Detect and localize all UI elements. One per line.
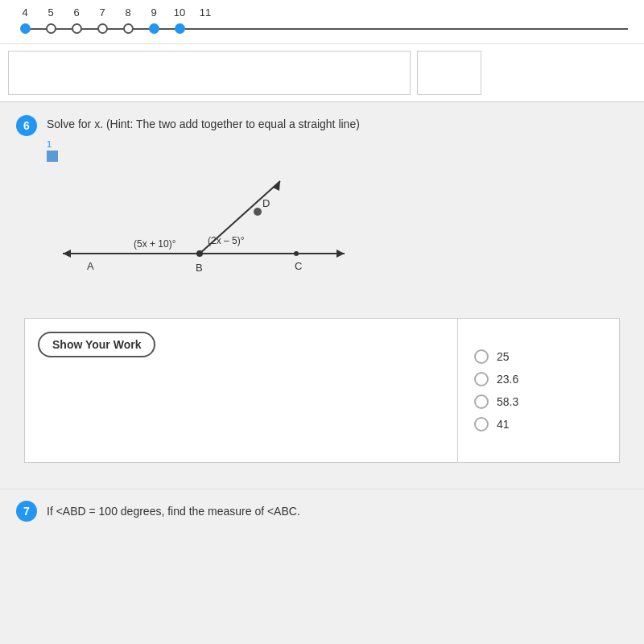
choice-label-3: 58.3	[497, 395, 518, 408]
choice-label-1: 25	[497, 350, 510, 363]
nl-label-11: 11	[192, 6, 218, 19]
choice-radio-2[interactable]	[474, 372, 489, 386]
choice-item-1: 25	[474, 349, 603, 364]
nl-dot-10	[167, 23, 192, 34]
nl-dot-7	[89, 23, 115, 34]
question-7-number: 7	[16, 501, 37, 522]
input-area	[0, 44, 644, 102]
choice-label-2: 23.6	[497, 373, 518, 386]
number-line-track	[12, 23, 628, 34]
nl-dot-5	[38, 23, 64, 34]
svg-point-7	[294, 251, 299, 256]
number-line-labels: 4 5 6 7 8 9 10 11	[12, 6, 628, 19]
question-6-block: 6 Solve for x. (Hint: The two add togeth…	[16, 115, 628, 463]
question-6-sublabel: 1	[47, 139, 628, 162]
show-work-panel: Show Your Work	[25, 319, 458, 462]
show-work-button[interactable]: Show Your Work	[38, 332, 155, 357]
svg-text:(2x – 5)°: (2x – 5)°	[208, 235, 245, 246]
svg-point-6	[254, 208, 262, 216]
choice-radio-1[interactable]	[474, 349, 489, 364]
answer-area: Show Your Work 25 23.6 58.3 41	[24, 318, 620, 463]
nl-label-9: 9	[141, 6, 167, 19]
choice-item-4: 41	[474, 417, 603, 431]
nl-label-6: 6	[64, 6, 89, 19]
answer-input-small[interactable]	[417, 51, 481, 95]
choices-panel: 25 23.6 58.3 41	[458, 319, 619, 462]
number-line-section: 4 5 6 7 8 9 10 11	[0, 0, 644, 44]
question-7-text: If <ABD = 100 degrees, find the measure …	[47, 505, 300, 518]
choice-item-2: 23.6	[474, 372, 603, 386]
main-content: 6 Solve for x. (Hint: The two add togeth…	[0, 102, 644, 489]
question-7-block: 7 If <ABD = 100 degrees, find the measur…	[0, 489, 644, 533]
svg-text:B: B	[196, 262, 203, 274]
svg-text:D: D	[262, 197, 270, 209]
nl-dot-8	[115, 23, 141, 34]
nl-label-8: 8	[115, 6, 141, 19]
choice-label-4: 41	[497, 418, 510, 431]
choice-radio-3[interactable]	[474, 394, 489, 409]
nl-dot-9	[141, 23, 167, 34]
question-6-text: Solve for x. (Hint: The two add together…	[47, 115, 360, 130]
choice-radio-4[interactable]	[474, 417, 489, 431]
question-6-header: 6 Solve for x. (Hint: The two add togeth…	[16, 115, 628, 136]
nl-label-10: 10	[167, 6, 192, 19]
svg-marker-1	[63, 250, 71, 258]
nl-dot-4	[12, 23, 38, 34]
answer-input-box[interactable]	[8, 51, 411, 95]
nl-label-7: 7	[89, 6, 115, 19]
nl-dot-6	[64, 23, 89, 34]
svg-text:C: C	[295, 260, 302, 272]
svg-text:(5x + 10)°: (5x + 10)°	[134, 238, 176, 250]
question-6-number: 6	[16, 115, 37, 136]
svg-text:A: A	[87, 260, 94, 272]
nl-dots	[12, 23, 192, 34]
nl-label-4: 4	[12, 6, 38, 19]
nl-label-5: 5	[38, 6, 64, 19]
choice-item-3: 58.3	[474, 394, 603, 409]
geometry-diagram: A B C D (5x + 10)° (2x – 5)°	[47, 165, 628, 305]
svg-marker-2	[336, 250, 345, 258]
